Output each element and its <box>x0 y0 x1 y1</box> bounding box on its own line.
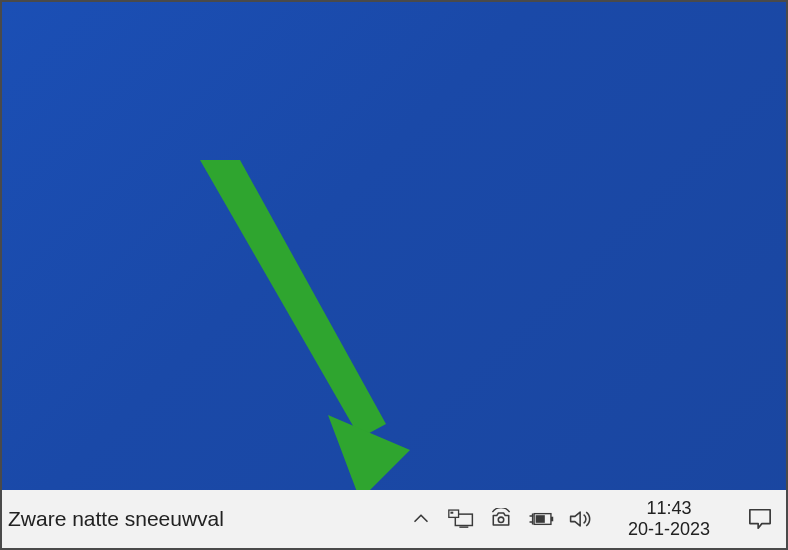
svg-rect-9 <box>536 515 545 523</box>
network-monitor-icon <box>448 508 474 530</box>
clock-time: 11:43 <box>646 498 691 519</box>
action-center-icon <box>747 507 773 531</box>
camera-icon <box>489 508 513 530</box>
svg-marker-1 <box>328 415 410 500</box>
taskbar: Zware natte sneeuwval <box>2 490 786 548</box>
svg-marker-0 <box>200 160 386 438</box>
weather-text: Zware natte sneeuwval <box>8 507 224 531</box>
svg-rect-4 <box>449 510 459 517</box>
action-center-button[interactable] <box>744 503 776 535</box>
annotation-arrow <box>200 160 410 500</box>
system-tray: 11:43 20-1-2023 <box>408 490 786 548</box>
volume-icon <box>568 508 594 530</box>
volume-button[interactable] <box>568 506 594 532</box>
clock-date: 20-1-2023 <box>628 519 710 540</box>
battery-status-button[interactable] <box>528 506 554 532</box>
network-status-button[interactable] <box>448 506 474 532</box>
svg-rect-8 <box>551 517 553 522</box>
desktop-area: Zware natte sneeuwval <box>0 0 788 550</box>
clock-button[interactable]: 11:43 20-1-2023 <box>608 498 730 539</box>
chevron-up-icon <box>412 510 430 528</box>
weather-widget[interactable]: Zware natte sneeuwval <box>2 490 224 548</box>
svg-point-6 <box>498 517 503 522</box>
battery-charging-icon <box>528 509 554 529</box>
svg-rect-5 <box>450 512 453 514</box>
camera-status-button[interactable] <box>488 506 514 532</box>
show-hidden-icons-button[interactable] <box>408 506 434 532</box>
